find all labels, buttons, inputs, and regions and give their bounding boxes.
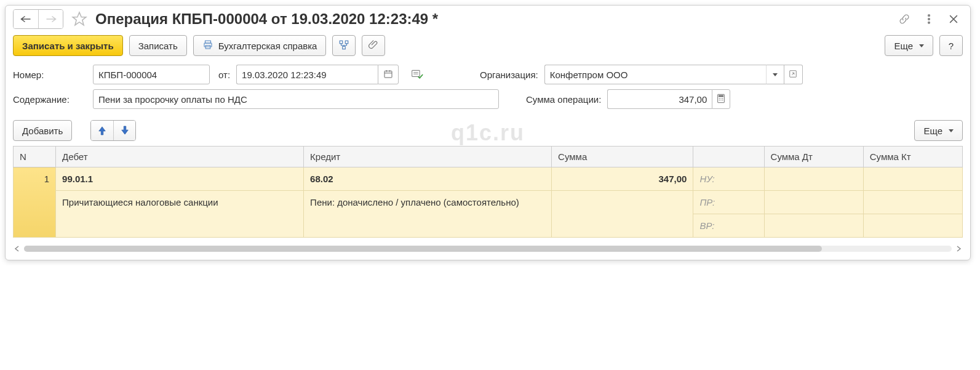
move-up-button[interactable]: [91, 121, 113, 140]
col-header-blank[interactable]: [693, 147, 764, 167]
add-row-label: Добавить: [22, 126, 63, 136]
page-title: Операция КПБП-000004 от 19.03.2020 12:23…: [95, 10, 891, 28]
calculator-icon: [717, 94, 725, 105]
col-header-sum[interactable]: Сумма: [552, 147, 693, 167]
write-button[interactable]: Записать: [129, 35, 187, 56]
col-header-sum-dt[interactable]: Сумма Дт: [764, 147, 863, 167]
entries-table: N Дебет Кредит Сумма Сумма Дт Сумма Кт 1…: [13, 146, 963, 238]
date-label: от:: [218, 70, 230, 80]
accounting-ref-button[interactable]: Бухгалтерская справка: [193, 35, 327, 56]
move-down-button[interactable]: [113, 121, 135, 140]
org-open-button[interactable]: [784, 65, 803, 84]
move-row-group: [90, 120, 136, 141]
content-label: Содержание:: [13, 94, 87, 105]
number-input[interactable]: КПБП-000004: [93, 65, 210, 84]
close-icon[interactable]: [947, 12, 960, 26]
note-check-icon[interactable]: [411, 69, 423, 80]
svg-point-1: [928, 18, 930, 20]
org-dropdown-button[interactable]: [766, 65, 784, 84]
svg-point-18: [721, 100, 722, 100]
svg-rect-7: [346, 41, 349, 44]
open-dialog-icon: [789, 70, 797, 80]
write-label: Записать: [138, 41, 178, 51]
calendar-button[interactable]: [378, 65, 399, 84]
cell-debit-account[interactable]: 99.01.1: [56, 167, 304, 191]
svg-point-0: [928, 15, 930, 17]
svg-rect-10: [412, 70, 420, 76]
link-icon[interactable]: [898, 12, 911, 26]
write-and-close-label: Записать и закрыть: [22, 41, 114, 51]
scroll-thumb[interactable]: [24, 246, 822, 252]
accounting-ref-label: Бухгалтерская справка: [218, 41, 317, 51]
svg-point-16: [722, 98, 723, 99]
org-label: Организация:: [480, 70, 538, 80]
more-label: Еще: [894, 41, 913, 51]
svg-point-17: [719, 100, 720, 100]
svg-point-2: [928, 22, 930, 23]
col-header-n[interactable]: N: [14, 147, 56, 167]
scroll-track[interactable]: [24, 246, 952, 252]
structure-icon: [338, 39, 349, 52]
favorite-star-icon[interactable]: [70, 9, 89, 29]
help-button[interactable]: ?: [939, 35, 963, 56]
date-input[interactable]: 19.03.2020 12:23:49: [236, 65, 378, 84]
table-row[interactable]: Причитающиеся налоговые санкции Пени: до…: [14, 191, 963, 214]
help-label: ?: [949, 41, 954, 51]
horizontal-scrollbar[interactable]: [13, 244, 963, 254]
calendar-icon: [383, 69, 393, 81]
cell-pr-label: ПР:: [693, 191, 764, 214]
svg-rect-9: [384, 71, 392, 78]
total-input[interactable]: 347,00: [607, 89, 712, 109]
cell-nu-label: НУ:: [693, 167, 764, 191]
chevron-down-icon: [949, 129, 954, 132]
cell-sum-kt-vr[interactable]: [863, 214, 962, 238]
table-more-label: Еще: [923, 126, 942, 136]
svg-point-15: [721, 98, 722, 99]
calculator-button[interactable]: [712, 89, 730, 109]
svg-rect-8: [343, 46, 346, 49]
svg-rect-6: [340, 41, 343, 44]
nav-forward-button[interactable]: [38, 10, 63, 28]
col-header-credit[interactable]: Кредит: [304, 147, 552, 167]
total-label: Сумма операции:: [526, 94, 601, 105]
content-input[interactable]: Пени за просрочку оплаты по НДС: [93, 89, 499, 109]
structure-button[interactable]: [332, 35, 356, 56]
cell-row-number: 1: [14, 167, 56, 238]
cell-sum-kt-pr[interactable]: [863, 191, 962, 214]
org-input[interactable]: Конфетпром ООО: [544, 65, 766, 84]
cell-debit-desc[interactable]: Причитающиеся налоговые санкции: [56, 191, 304, 238]
chevron-down-icon: [919, 44, 924, 47]
scroll-right-icon[interactable]: [954, 244, 963, 253]
cell-sum-dt-pr[interactable]: [764, 191, 863, 214]
more-button[interactable]: Еще: [885, 35, 933, 56]
cell-sum-kt[interactable]: [863, 167, 962, 191]
add-row-button[interactable]: Добавить: [13, 120, 72, 141]
cell-sum-sub[interactable]: [552, 191, 693, 238]
svg-rect-13: [719, 95, 723, 97]
paperclip-icon: [368, 39, 379, 52]
cell-credit-account[interactable]: 68.02: [304, 167, 552, 191]
svg-point-19: [722, 100, 723, 100]
col-header-sum-kt[interactable]: Сумма Кт: [863, 147, 962, 167]
chevron-down-icon: [773, 73, 778, 76]
attach-button[interactable]: [362, 35, 385, 56]
cell-credit-desc[interactable]: Пени: доначислено / уплачено (самостояте…: [304, 191, 552, 238]
nav-back-button[interactable]: [14, 10, 38, 28]
svg-point-14: [719, 98, 720, 99]
table-row[interactable]: 1 99.01.1 68.02 347,00 НУ:: [14, 167, 963, 191]
number-label: Номер:: [13, 70, 87, 80]
scroll-left-icon[interactable]: [13, 244, 22, 253]
col-header-debit[interactable]: Дебет: [56, 147, 304, 167]
nav-back-forward: [13, 9, 63, 29]
kebab-menu-icon[interactable]: [922, 12, 936, 26]
cell-sum-dt[interactable]: [764, 167, 863, 191]
write-and-close-button[interactable]: Записать и закрыть: [13, 35, 123, 56]
cell-sum[interactable]: 347,00: [552, 167, 693, 191]
cell-vr-label: ВР:: [693, 214, 764, 238]
printer-icon: [202, 39, 213, 52]
cell-sum-dt-vr[interactable]: [764, 214, 863, 238]
table-more-button[interactable]: Еще: [914, 120, 963, 141]
